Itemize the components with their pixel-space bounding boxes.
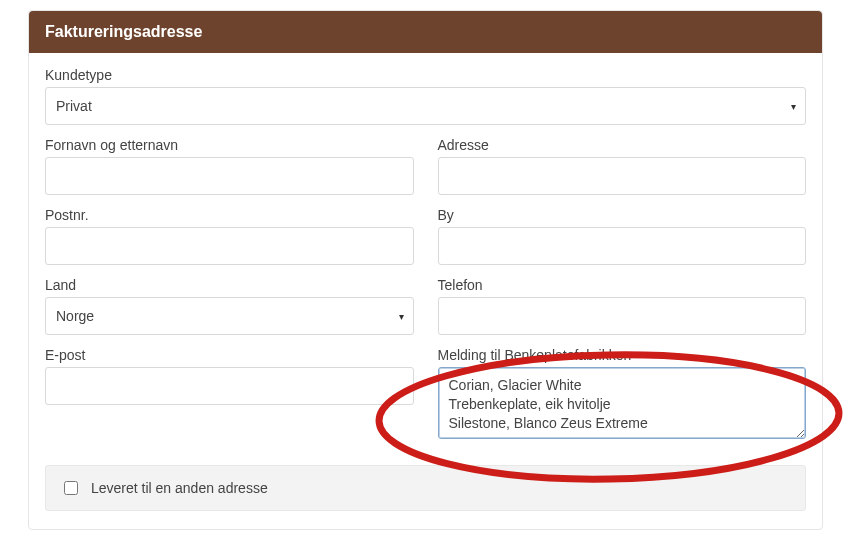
telefon-input[interactable]: [438, 297, 807, 335]
melding-textarea[interactable]: [438, 367, 807, 439]
other-address-label: Leveret til en anden adresse: [91, 480, 268, 496]
other-address-checkbox[interactable]: [64, 481, 78, 495]
postnr-label: Postnr.: [45, 207, 414, 223]
land-select-wrap: Norge ▾: [45, 297, 414, 335]
postnr-input[interactable]: [45, 227, 414, 265]
kundetype-select-wrap: Privat ▾: [45, 87, 806, 125]
fornavn-label: Fornavn og etternavn: [45, 137, 414, 153]
land-select[interactable]: Norge: [45, 297, 414, 335]
fornavn-input[interactable]: [45, 157, 414, 195]
billing-address-card: Faktureringsadresse Kundetype Privat ▾ F…: [28, 10, 823, 530]
card-body: Kundetype Privat ▾ Fornavn og etternavn …: [29, 53, 822, 529]
land-label: Land: [45, 277, 414, 293]
by-label: By: [438, 207, 807, 223]
card-title: Faktureringsadresse: [45, 23, 202, 40]
melding-label: Melding til Benkeplatefabrikken: [438, 347, 807, 363]
telefon-label: Telefon: [438, 277, 807, 293]
card-header: Faktureringsadresse: [29, 11, 822, 53]
epost-input[interactable]: [45, 367, 414, 405]
by-input[interactable]: [438, 227, 807, 265]
epost-label: E-post: [45, 347, 414, 363]
kundetype-label: Kundetype: [45, 67, 806, 83]
kundetype-select[interactable]: Privat: [45, 87, 806, 125]
adresse-label: Adresse: [438, 137, 807, 153]
other-address-block[interactable]: Leveret til en anden adresse: [45, 465, 806, 511]
adresse-input[interactable]: [438, 157, 807, 195]
